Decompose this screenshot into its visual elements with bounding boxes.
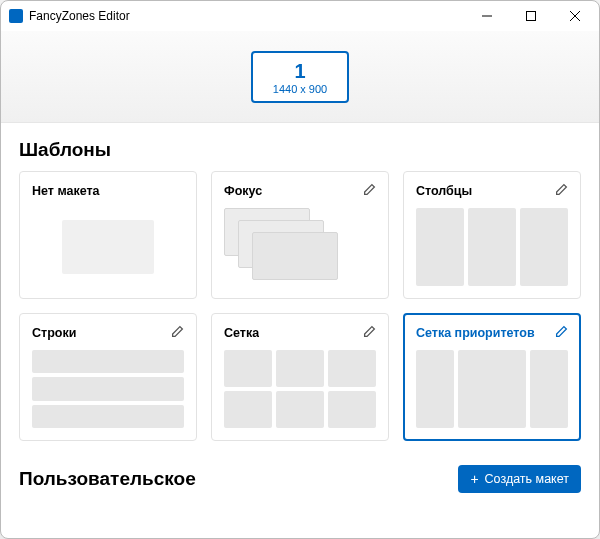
template-preview — [224, 208, 376, 286]
templates-heading: Шаблоны — [19, 139, 581, 161]
template-card-priority[interactable]: Сетка приоритетов — [403, 313, 581, 441]
custom-section-row: Пользовательское + Создать макет — [19, 465, 581, 505]
maximize-button[interactable] — [509, 1, 553, 31]
template-label: Сетка — [224, 326, 259, 340]
template-card-none[interactable]: Нет макета — [19, 171, 197, 299]
create-layout-button[interactable]: + Создать макет — [458, 465, 581, 493]
app-window: FancyZones Editor 1 1440 x 900 Шаблоны Н… — [0, 0, 600, 539]
window-controls — [465, 1, 597, 31]
close-button[interactable] — [553, 1, 597, 31]
monitor-selector-bar: 1 1440 x 900 — [1, 31, 599, 123]
template-label: Сетка приоритетов — [416, 326, 535, 340]
template-card-rows[interactable]: Строки — [19, 313, 197, 441]
template-preview — [32, 350, 184, 428]
window-title: FancyZones Editor — [29, 9, 465, 23]
svg-rect-1 — [527, 12, 536, 21]
pencil-icon[interactable] — [555, 324, 568, 342]
template-label: Нет макета — [32, 184, 100, 198]
plus-icon: + — [470, 472, 478, 486]
templates-grid: Нет макета Фокус Столбцы — [19, 171, 581, 441]
monitor-card[interactable]: 1 1440 x 900 — [251, 51, 349, 103]
monitor-resolution: 1440 x 900 — [273, 83, 327, 95]
pencil-icon[interactable] — [555, 182, 568, 200]
pencil-icon[interactable] — [363, 182, 376, 200]
monitor-number: 1 — [273, 59, 327, 83]
app-icon — [9, 9, 23, 23]
create-layout-label: Создать макет — [485, 472, 569, 486]
custom-heading: Пользовательское — [19, 468, 196, 490]
template-preview — [224, 350, 376, 428]
minimize-button[interactable] — [465, 1, 509, 31]
template-label: Столбцы — [416, 184, 472, 198]
template-preview — [416, 350, 568, 428]
template-label: Фокус — [224, 184, 262, 198]
template-card-columns[interactable]: Столбцы — [403, 171, 581, 299]
titlebar: FancyZones Editor — [1, 1, 599, 31]
pencil-icon[interactable] — [171, 324, 184, 342]
template-preview — [32, 208, 184, 286]
pencil-icon[interactable] — [363, 324, 376, 342]
template-label: Строки — [32, 326, 76, 340]
template-card-focus[interactable]: Фокус — [211, 171, 389, 299]
content-scroll[interactable]: Шаблоны Нет макета Фокус Столбцы — [1, 123, 599, 538]
template-preview — [416, 208, 568, 286]
template-card-grid[interactable]: Сетка — [211, 313, 389, 441]
